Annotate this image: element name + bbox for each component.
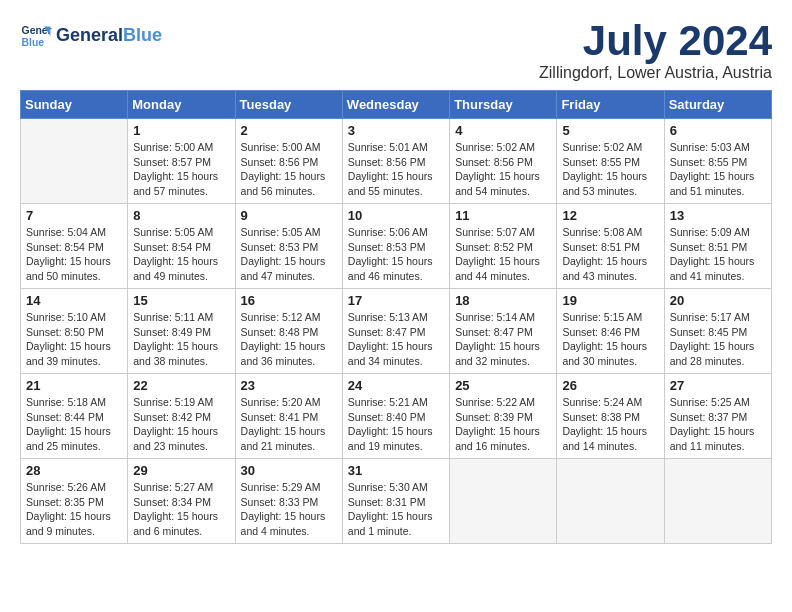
day-number: 9	[241, 208, 337, 223]
calendar-cell: 18Sunrise: 5:14 AM Sunset: 8:47 PM Dayli…	[450, 289, 557, 374]
title-block: July 2024 Zillingdorf, Lower Austria, Au…	[539, 20, 772, 82]
day-number: 30	[241, 463, 337, 478]
calendar-cell: 31Sunrise: 5:30 AM Sunset: 8:31 PM Dayli…	[342, 459, 449, 544]
location: Zillingdorf, Lower Austria, Austria	[539, 64, 772, 82]
calendar-body: 1Sunrise: 5:00 AM Sunset: 8:57 PM Daylig…	[21, 119, 772, 544]
day-number: 13	[670, 208, 766, 223]
calendar-cell: 22Sunrise: 5:19 AM Sunset: 8:42 PM Dayli…	[128, 374, 235, 459]
calendar-cell	[557, 459, 664, 544]
weekday-header: Saturday	[664, 91, 771, 119]
day-number: 31	[348, 463, 444, 478]
calendar-cell: 21Sunrise: 5:18 AM Sunset: 8:44 PM Dayli…	[21, 374, 128, 459]
day-info: Sunrise: 5:00 AM Sunset: 8:57 PM Dayligh…	[133, 140, 229, 199]
calendar-cell: 16Sunrise: 5:12 AM Sunset: 8:48 PM Dayli…	[235, 289, 342, 374]
calendar-cell: 27Sunrise: 5:25 AM Sunset: 8:37 PM Dayli…	[664, 374, 771, 459]
calendar-week-row: 1Sunrise: 5:00 AM Sunset: 8:57 PM Daylig…	[21, 119, 772, 204]
day-info: Sunrise: 5:06 AM Sunset: 8:53 PM Dayligh…	[348, 225, 444, 284]
calendar-cell: 30Sunrise: 5:29 AM Sunset: 8:33 PM Dayli…	[235, 459, 342, 544]
day-number: 5	[562, 123, 658, 138]
calendar-cell	[450, 459, 557, 544]
weekday-header: Wednesday	[342, 91, 449, 119]
day-info: Sunrise: 5:08 AM Sunset: 8:51 PM Dayligh…	[562, 225, 658, 284]
day-info: Sunrise: 5:21 AM Sunset: 8:40 PM Dayligh…	[348, 395, 444, 454]
day-number: 1	[133, 123, 229, 138]
day-number: 2	[241, 123, 337, 138]
calendar-cell: 4Sunrise: 5:02 AM Sunset: 8:56 PM Daylig…	[450, 119, 557, 204]
calendar-cell: 5Sunrise: 5:02 AM Sunset: 8:55 PM Daylig…	[557, 119, 664, 204]
calendar-cell: 24Sunrise: 5:21 AM Sunset: 8:40 PM Dayli…	[342, 374, 449, 459]
day-number: 19	[562, 293, 658, 308]
day-number: 8	[133, 208, 229, 223]
calendar-cell: 17Sunrise: 5:13 AM Sunset: 8:47 PM Dayli…	[342, 289, 449, 374]
day-info: Sunrise: 5:04 AM Sunset: 8:54 PM Dayligh…	[26, 225, 122, 284]
calendar-cell: 1Sunrise: 5:00 AM Sunset: 8:57 PM Daylig…	[128, 119, 235, 204]
calendar-cell: 9Sunrise: 5:05 AM Sunset: 8:53 PM Daylig…	[235, 204, 342, 289]
day-info: Sunrise: 5:18 AM Sunset: 8:44 PM Dayligh…	[26, 395, 122, 454]
calendar-cell: 15Sunrise: 5:11 AM Sunset: 8:49 PM Dayli…	[128, 289, 235, 374]
day-number: 29	[133, 463, 229, 478]
weekday-header: Monday	[128, 91, 235, 119]
calendar-cell: 25Sunrise: 5:22 AM Sunset: 8:39 PM Dayli…	[450, 374, 557, 459]
day-number: 14	[26, 293, 122, 308]
day-number: 23	[241, 378, 337, 393]
calendar-cell: 13Sunrise: 5:09 AM Sunset: 8:51 PM Dayli…	[664, 204, 771, 289]
weekday-header: Thursday	[450, 91, 557, 119]
calendar-cell: 19Sunrise: 5:15 AM Sunset: 8:46 PM Dayli…	[557, 289, 664, 374]
calendar-cell: 14Sunrise: 5:10 AM Sunset: 8:50 PM Dayli…	[21, 289, 128, 374]
calendar-cell: 3Sunrise: 5:01 AM Sunset: 8:56 PM Daylig…	[342, 119, 449, 204]
day-number: 25	[455, 378, 551, 393]
calendar-week-row: 21Sunrise: 5:18 AM Sunset: 8:44 PM Dayli…	[21, 374, 772, 459]
weekday-header: Sunday	[21, 91, 128, 119]
day-info: Sunrise: 5:05 AM Sunset: 8:53 PM Dayligh…	[241, 225, 337, 284]
calendar-week-row: 14Sunrise: 5:10 AM Sunset: 8:50 PM Dayli…	[21, 289, 772, 374]
day-number: 15	[133, 293, 229, 308]
day-info: Sunrise: 5:22 AM Sunset: 8:39 PM Dayligh…	[455, 395, 551, 454]
calendar-cell	[664, 459, 771, 544]
day-number: 7	[26, 208, 122, 223]
day-info: Sunrise: 5:17 AM Sunset: 8:45 PM Dayligh…	[670, 310, 766, 369]
day-number: 20	[670, 293, 766, 308]
day-number: 22	[133, 378, 229, 393]
day-info: Sunrise: 5:25 AM Sunset: 8:37 PM Dayligh…	[670, 395, 766, 454]
day-info: Sunrise: 5:10 AM Sunset: 8:50 PM Dayligh…	[26, 310, 122, 369]
day-info: Sunrise: 5:12 AM Sunset: 8:48 PM Dayligh…	[241, 310, 337, 369]
day-number: 17	[348, 293, 444, 308]
day-number: 4	[455, 123, 551, 138]
day-number: 3	[348, 123, 444, 138]
weekday-header: Friday	[557, 91, 664, 119]
day-info: Sunrise: 5:09 AM Sunset: 8:51 PM Dayligh…	[670, 225, 766, 284]
calendar-cell: 23Sunrise: 5:20 AM Sunset: 8:41 PM Dayli…	[235, 374, 342, 459]
calendar-cell: 20Sunrise: 5:17 AM Sunset: 8:45 PM Dayli…	[664, 289, 771, 374]
day-info: Sunrise: 5:03 AM Sunset: 8:55 PM Dayligh…	[670, 140, 766, 199]
day-info: Sunrise: 5:15 AM Sunset: 8:46 PM Dayligh…	[562, 310, 658, 369]
day-info: Sunrise: 5:02 AM Sunset: 8:56 PM Dayligh…	[455, 140, 551, 199]
calendar-cell: 12Sunrise: 5:08 AM Sunset: 8:51 PM Dayli…	[557, 204, 664, 289]
day-info: Sunrise: 5:00 AM Sunset: 8:56 PM Dayligh…	[241, 140, 337, 199]
day-info: Sunrise: 5:14 AM Sunset: 8:47 PM Dayligh…	[455, 310, 551, 369]
day-info: Sunrise: 5:20 AM Sunset: 8:41 PM Dayligh…	[241, 395, 337, 454]
calendar-cell: 11Sunrise: 5:07 AM Sunset: 8:52 PM Dayli…	[450, 204, 557, 289]
day-info: Sunrise: 5:30 AM Sunset: 8:31 PM Dayligh…	[348, 480, 444, 539]
day-number: 16	[241, 293, 337, 308]
calendar-cell: 10Sunrise: 5:06 AM Sunset: 8:53 PM Dayli…	[342, 204, 449, 289]
calendar-cell	[21, 119, 128, 204]
calendar-cell: 7Sunrise: 5:04 AM Sunset: 8:54 PM Daylig…	[21, 204, 128, 289]
logo-icon: General Blue	[20, 20, 52, 52]
calendar-cell: 2Sunrise: 5:00 AM Sunset: 8:56 PM Daylig…	[235, 119, 342, 204]
day-number: 6	[670, 123, 766, 138]
calendar-cell: 6Sunrise: 5:03 AM Sunset: 8:55 PM Daylig…	[664, 119, 771, 204]
calendar-cell: 26Sunrise: 5:24 AM Sunset: 8:38 PM Dayli…	[557, 374, 664, 459]
calendar-cell: 8Sunrise: 5:05 AM Sunset: 8:54 PM Daylig…	[128, 204, 235, 289]
day-number: 28	[26, 463, 122, 478]
day-info: Sunrise: 5:05 AM Sunset: 8:54 PM Dayligh…	[133, 225, 229, 284]
day-info: Sunrise: 5:07 AM Sunset: 8:52 PM Dayligh…	[455, 225, 551, 284]
day-info: Sunrise: 5:26 AM Sunset: 8:35 PM Dayligh…	[26, 480, 122, 539]
day-info: Sunrise: 5:02 AM Sunset: 8:55 PM Dayligh…	[562, 140, 658, 199]
day-number: 18	[455, 293, 551, 308]
logo-text: GeneralBlue	[56, 26, 162, 46]
month-title: July 2024	[539, 20, 772, 62]
page-header: General Blue GeneralBlue July 2024 Zilli…	[20, 20, 772, 82]
day-number: 21	[26, 378, 122, 393]
calendar-week-row: 7Sunrise: 5:04 AM Sunset: 8:54 PM Daylig…	[21, 204, 772, 289]
day-info: Sunrise: 5:01 AM Sunset: 8:56 PM Dayligh…	[348, 140, 444, 199]
